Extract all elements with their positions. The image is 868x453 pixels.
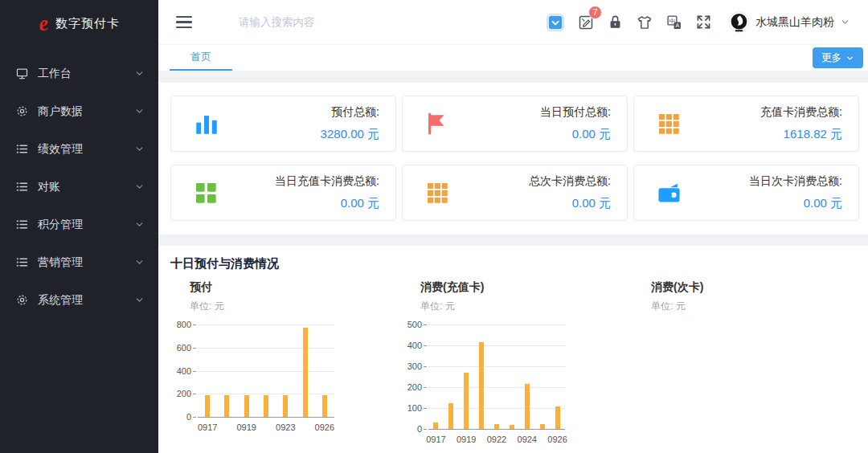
stat-card: 当日预付总额:0.00 元 (402, 96, 628, 152)
sidebar-item-label: 系统管理 (38, 293, 83, 308)
sidebar-item-label: 商户数据 (38, 104, 83, 119)
list-icon (15, 142, 29, 156)
chart-plot: 010020030040050009170919092209240926 (401, 324, 570, 450)
chart-bar (540, 424, 545, 430)
sidebar-item-label: 营销管理 (38, 255, 83, 270)
x-axis-tick: 0924 (511, 435, 543, 444)
search-input[interactable] (239, 16, 416, 28)
chart-title: 消费(次卡) (651, 280, 862, 295)
chart-subtitle: 单位: 元 (420, 300, 632, 313)
sidebar-item-3[interactable]: 绩效管理 (0, 130, 158, 168)
more-button[interactable]: 更多 (813, 47, 863, 68)
x-axis-tick: 0922 (481, 435, 513, 444)
stat-card-value: 0.00 元 (749, 196, 842, 211)
chart-subtitle: 单位: 元 (651, 300, 862, 313)
chevron-down-icon (134, 257, 145, 267)
hamburger-menu-icon[interactable] (176, 16, 192, 29)
stat-card: 预付总额:3280.00 元 (170, 96, 396, 152)
y-axis-tick: 0 (401, 424, 422, 434)
sidebar-item-label: 对账 (38, 180, 60, 194)
username: 水城黑山羊肉粉 (755, 15, 834, 30)
list-icon (15, 218, 29, 231)
user-menu[interactable]: 水城黑山羊肉粉 (728, 11, 850, 33)
stat-card-value: 1618.82 元 (760, 127, 842, 142)
chart-bar (322, 395, 327, 417)
wallet-icon (656, 180, 682, 206)
flag-icon (424, 111, 450, 137)
sidebar-item-2[interactable]: 商户数据 (0, 92, 158, 130)
chart-bar (479, 342, 484, 429)
stat-card: 总次卡消费总额:0.00 元 (402, 165, 628, 221)
topbar: 7 中A 水城黑山羊肉粉 (158, 0, 868, 45)
clipboard-pen-icon[interactable]: 7 (578, 14, 594, 31)
sidebar-item-7[interactable]: 系统管理 (0, 281, 158, 319)
charts-row: 预付单位: 元02004006008000917091909230926消费(充… (170, 280, 858, 450)
chart-bar (264, 395, 268, 417)
chart-bar (244, 395, 249, 417)
check-square-icon[interactable] (547, 14, 564, 31)
chart-title: 消费(充值卡) (420, 280, 632, 295)
x-axis-tick: 0926 (309, 422, 341, 432)
list-icon (15, 255, 29, 269)
chart-bar (555, 406, 560, 429)
sidebar-item-label: 工作台 (38, 67, 72, 81)
chevron-down-icon (134, 144, 145, 154)
stat-card-value: 0.00 元 (529, 196, 611, 211)
lock-icon[interactable] (608, 14, 623, 30)
chart-bar (464, 373, 469, 429)
chart-subtitle: 单位: 元 (190, 300, 401, 313)
sidebar-item-5[interactable]: 积分管理 (0, 206, 158, 243)
y-axis-tick: 200 (401, 382, 422, 392)
translate-icon[interactable]: 中A (666, 14, 682, 31)
x-axis-tick: 0917 (420, 435, 452, 444)
chart-消费(充值卡): 消费(充值卡)单位: 元0100200300400500091709190922… (401, 280, 632, 450)
separator-strip (158, 71, 868, 83)
chevron-down-icon (134, 68, 145, 79)
tshirt-icon[interactable] (637, 14, 653, 31)
avatar (728, 11, 750, 33)
chevron-down-icon (134, 182, 145, 192)
stat-card: 充值卡消费总额:1618.82 元 (633, 96, 859, 152)
chevron-down-icon (134, 219, 145, 230)
stat-card-label: 预付总额: (321, 105, 379, 120)
y-axis-tick: 200 (170, 389, 191, 398)
chart-bar (205, 395, 210, 417)
brand-logo-icon: e (37, 12, 50, 35)
y-axis-tick: 600 (170, 343, 191, 353)
y-axis-tick: 300 (401, 361, 422, 371)
chart-bar (510, 425, 514, 429)
y-axis-tick: 400 (170, 366, 191, 376)
list-icon (15, 180, 29, 194)
grid-icon (424, 180, 451, 206)
stat-card-label: 当日次卡消费总额: (749, 174, 842, 189)
sidebar: e 数字预付卡 工作台商户数据绩效管理对账积分管理营销管理系统管理 (0, 0, 158, 453)
stat-card: 当日充值卡消费总额:0.00 元 (170, 165, 396, 221)
sidebar-item-1[interactable]: 工作台 (0, 55, 158, 92)
y-axis-tick: 500 (401, 320, 422, 329)
topbar-icons: 7 中A 水城黑山羊肉粉 (547, 11, 850, 33)
stat-card-label: 当日预付总额: (540, 105, 611, 120)
chart-bar (433, 422, 438, 429)
x-axis-tick: 0926 (542, 435, 574, 444)
sidebar-item-6[interactable]: 营销管理 (0, 243, 158, 281)
sidebar-item-4[interactable]: 对账 (0, 168, 158, 206)
chevron-down-icon (134, 295, 145, 305)
tab-home[interactable]: 首页 (170, 45, 232, 71)
x-axis-tick: 0917 (191, 422, 223, 432)
y-axis-tick: 400 (401, 341, 422, 350)
chevron-down-icon (845, 54, 854, 63)
gear-icon (15, 293, 29, 307)
chart-bar (283, 395, 288, 417)
x-axis-tick: 0919 (231, 422, 263, 432)
stat-cards: 预付总额:3280.00 元当日预付总额:0.00 元充值卡消费总额:1618.… (170, 96, 858, 221)
fullscreen-icon[interactable] (696, 14, 711, 30)
gear-icon (15, 104, 29, 118)
chart-预付: 预付单位: 元02004006008000917091909230926 (170, 280, 401, 450)
chart-bar (525, 384, 530, 429)
chart-plot: 02004006008000917091909230926 (170, 324, 339, 438)
y-axis-tick: 800 (170, 320, 191, 329)
stat-card-value: 0.00 元 (540, 127, 611, 142)
stat-card-label: 当日充值卡消费总额: (275, 174, 379, 189)
squares-icon (193, 180, 219, 206)
stat-card: 当日次卡消费总额:0.00 元 (633, 165, 859, 221)
